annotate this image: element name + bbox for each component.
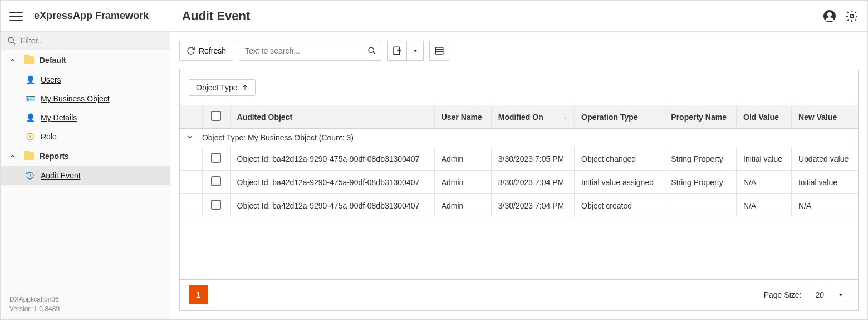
- row-checkbox[interactable]: [211, 153, 221, 163]
- sidebar-item-my-details[interactable]: 👤 My Details: [1, 108, 170, 127]
- select-all-checkbox[interactable]: [211, 111, 221, 121]
- cell-operation-type: Initial value assigned: [575, 171, 664, 194]
- pager: 1 Page Size: 20: [180, 279, 858, 310]
- page-size-value: 20: [807, 287, 832, 303]
- refresh-button[interactable]: Refresh: [179, 41, 233, 61]
- data-grid: Audited Object User Name Modified On↓ Op…: [180, 105, 858, 279]
- cell-property-name: String Property: [664, 147, 737, 171]
- cell-operation-type: Object changed: [575, 147, 664, 171]
- cell-old-value: Initial value: [737, 147, 792, 171]
- role-icon: [25, 132, 35, 142]
- main-content: Refresh: [170, 32, 867, 319]
- group-row[interactable]: Object Type: My Business Object (Count: …: [180, 129, 858, 147]
- sidebar-filter: [1, 32, 170, 50]
- svg-point-2: [850, 14, 854, 18]
- navigation: Default 👤 Users 🪪 My Business Object 👤 M…: [1, 50, 170, 289]
- refresh-icon: [187, 46, 195, 55]
- column-header-operation-type[interactable]: Operation Type: [575, 105, 664, 129]
- users-icon: 👤: [25, 75, 35, 85]
- sort-desc-icon: ↓: [564, 113, 567, 120]
- svg-point-3: [8, 37, 13, 42]
- svg-point-1: [827, 12, 832, 17]
- svg-point-6: [29, 135, 31, 138]
- column-header-modified-on[interactable]: Modified On↓: [491, 105, 574, 129]
- cell-new-value: N/A: [791, 194, 858, 217]
- collapse-group-icon[interactable]: [187, 134, 193, 140]
- sidebar-item-label: My Business Object: [41, 94, 110, 103]
- column-header-property-name[interactable]: Property Name: [664, 105, 737, 129]
- folder-icon: [24, 152, 34, 160]
- svg-marker-11: [413, 50, 417, 52]
- user-account-icon[interactable]: [823, 9, 836, 23]
- table-row[interactable]: Object Id: ba42d12a-9290-475a-90df-08db3…: [180, 194, 858, 217]
- column-header-expand: [180, 105, 202, 129]
- header-row: Audited Object User Name Modified On↓ Op…: [180, 105, 858, 129]
- nav-group-header-reports[interactable]: Reports: [1, 146, 170, 166]
- cell-old-value: N/A: [737, 171, 792, 194]
- page-number-button[interactable]: 1: [189, 285, 208, 304]
- columns-icon: [434, 46, 444, 56]
- card-icon: 🪪: [25, 94, 35, 104]
- page-size-label: Page Size:: [764, 290, 802, 299]
- search-group: [239, 41, 381, 61]
- cell-new-value: Updated value: [791, 147, 858, 171]
- page-size-select[interactable]: 20: [807, 287, 849, 303]
- body: Default 👤 Users 🪪 My Business Object 👤 M…: [1, 32, 867, 319]
- search-input[interactable]: [239, 41, 362, 60]
- export-button[interactable]: [387, 41, 407, 61]
- sidebar-item-users[interactable]: 👤 Users: [1, 70, 170, 89]
- column-header-audited-object[interactable]: Audited Object: [230, 105, 434, 129]
- nav-group-label: Reports: [40, 152, 69, 161]
- cell-modified-on: 3/30/2023 7:04 PM: [491, 194, 574, 217]
- cell-user-name: Admin: [434, 171, 491, 194]
- search-button[interactable]: [362, 41, 381, 60]
- cell-audited-object: Object Id: ba42d12a-9290-475a-90df-08db3…: [230, 147, 434, 171]
- svg-line-8: [373, 52, 375, 54]
- nav-group-label: Default: [40, 56, 66, 65]
- export-dropdown-button[interactable]: [407, 41, 424, 61]
- group-row-text: Object Type: My Business Object (Count: …: [202, 133, 354, 142]
- cell-new-value: Initial value: [791, 171, 858, 194]
- svg-line-4: [13, 42, 15, 44]
- sidebar-item-my-business-object[interactable]: 🪪 My Business Object: [1, 89, 170, 108]
- cell-modified-on: 3/30/2023 7:05 PM: [491, 147, 574, 171]
- cell-old-value: N/A: [737, 194, 792, 217]
- refresh-label: Refresh: [199, 46, 226, 55]
- column-header-old-value[interactable]: Old Value: [737, 105, 792, 129]
- sidebar-filter-input[interactable]: [21, 36, 163, 45]
- table-row[interactable]: Object Id: ba42d12a-9290-475a-90df-08db3…: [180, 147, 858, 171]
- cell-user-name: Admin: [434, 194, 491, 217]
- sidebar-item-label: Audit Event: [41, 171, 81, 180]
- app-title: eXpressApp Framework: [34, 10, 149, 22]
- footer-version: Version 1.0.8489: [9, 304, 161, 314]
- search-icon: [367, 46, 376, 55]
- menu-toggle-button[interactable]: [9, 9, 23, 23]
- column-header-new-value[interactable]: New Value: [791, 105, 858, 129]
- column-header-user-name[interactable]: User Name: [434, 105, 491, 129]
- table-row[interactable]: Object Id: ba42d12a-9290-475a-90df-08db3…: [180, 171, 858, 194]
- chevron-up-icon: [9, 57, 18, 64]
- svg-rect-12: [435, 47, 443, 54]
- nav-group-header-default[interactable]: Default: [1, 50, 170, 70]
- cell-user-name: Admin: [434, 147, 491, 171]
- header: eXpressApp Framework Audit Event: [1, 1, 867, 32]
- sidebar: Default 👤 Users 🪪 My Business Object 👤 M…: [1, 32, 170, 319]
- sidebar-item-role[interactable]: Role: [1, 127, 170, 146]
- cell-modified-on: 3/30/2023 7:04 PM: [491, 171, 574, 194]
- column-chooser-button[interactable]: [429, 41, 449, 61]
- cell-property-name: [664, 194, 737, 217]
- group-chip-object-type[interactable]: Object Type: [189, 79, 256, 96]
- page-title: Audit Event: [182, 9, 250, 23]
- column-header-select[interactable]: [202, 105, 230, 129]
- page-size-dropdown-button[interactable]: [832, 287, 849, 303]
- row-checkbox[interactable]: [211, 200, 221, 210]
- settings-gear-icon[interactable]: [845, 9, 859, 23]
- group-panel[interactable]: Object Type: [180, 70, 858, 105]
- app-footer: DXApplication36 Version 1.0.8489: [1, 289, 170, 319]
- sidebar-item-audit-event[interactable]: Audit Event: [1, 166, 170, 185]
- export-group: [387, 41, 424, 61]
- svg-point-7: [369, 47, 374, 52]
- toolbar: Refresh: [179, 41, 859, 61]
- sidebar-item-label: Users: [41, 75, 61, 84]
- row-checkbox[interactable]: [211, 176, 221, 186]
